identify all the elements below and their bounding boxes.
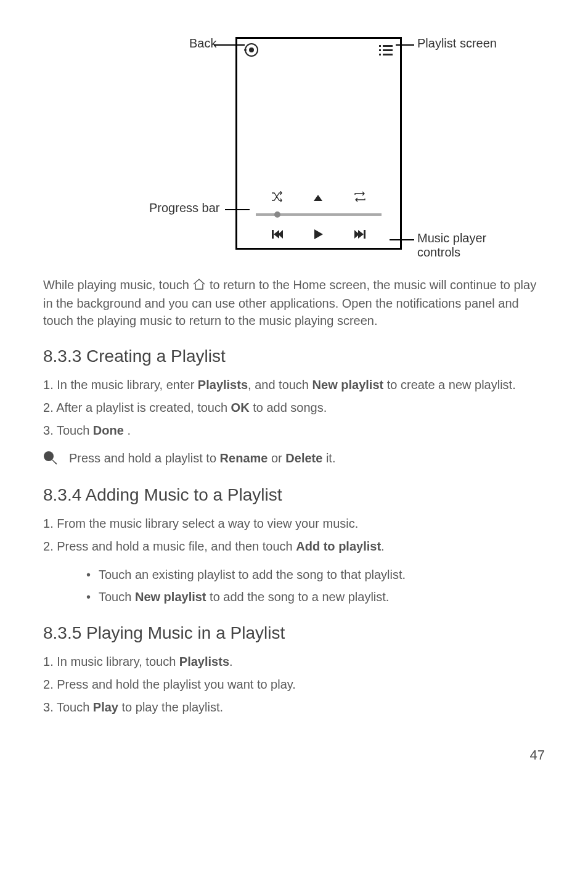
svg-marker-15 — [358, 230, 364, 239]
step-item: Touch Play to play the playlist. — [43, 699, 545, 716]
svg-rect-10 — [272, 230, 274, 239]
svg-rect-6 — [383, 49, 393, 51]
playlist-screen-icon — [379, 44, 394, 59]
step-item: In the music library, enter Playlists, a… — [43, 376, 545, 394]
svg-rect-16 — [364, 230, 365, 239]
step-item: Press and hold a music file, and then to… — [43, 538, 545, 555]
svg-point-2 — [244, 49, 247, 51]
home-outline-icon — [192, 277, 206, 295]
collapse-up-icon — [314, 192, 322, 203]
svg-rect-4 — [383, 45, 393, 47]
svg-rect-8 — [383, 54, 393, 55]
shuffle-icon — [271, 191, 282, 205]
steps-playing-music: In music library, touch Playlists. Press… — [43, 653, 545, 716]
tip-rename-delete: Press and hold a playlist to Rename or D… — [43, 449, 545, 468]
svg-rect-3 — [379, 45, 381, 47]
step-item: Touch Done . — [43, 422, 545, 440]
progress-bar — [256, 213, 382, 216]
svg-rect-5 — [379, 49, 381, 51]
sub-item: Touch New playlist to add the song to a … — [86, 588, 545, 606]
sub-item: Touch an existing playlist to add the so… — [86, 565, 545, 584]
svg-point-17 — [44, 451, 54, 461]
previous-track-icon — [272, 230, 283, 241]
steps-creating-playlist: In the music library, enter Playlists, a… — [43, 376, 545, 440]
step-item: In music library, touch Playlists. — [43, 653, 545, 671]
heading-adding-music: 8.3.4 Adding Music to a Playlist — [43, 485, 545, 505]
next-track-icon — [354, 230, 365, 241]
svg-marker-13 — [314, 229, 323, 239]
play-icon — [314, 229, 323, 242]
step-item: Press and hold the playlist you want to … — [43, 676, 545, 694]
label-music-player-controls: Music player controls — [417, 231, 516, 260]
heading-playing-music: 8.3.5 Playing Music in a Playlist — [43, 623, 545, 643]
music-player-diagram: Back Playlist screen Progress bar Music … — [72, 30, 516, 258]
substeps-adding-music: Touch an existing playlist to add the so… — [86, 565, 545, 606]
svg-point-1 — [249, 47, 254, 52]
svg-marker-9 — [314, 195, 322, 201]
label-back: Back — [189, 36, 216, 51]
label-playlist-screen: Playlist screen — [417, 36, 497, 51]
repeat-icon — [354, 191, 366, 205]
phone-frame — [235, 37, 402, 250]
heading-creating-playlist: 8.3.3 Creating a Playlist — [43, 346, 545, 366]
while-playing-paragraph: While playing music, touch to return to … — [43, 276, 545, 329]
label-progress-bar: Progress bar — [149, 201, 220, 215]
back-record-icon — [243, 42, 259, 60]
svg-rect-7 — [379, 54, 381, 55]
page-number: 47 — [43, 747, 545, 763]
step-item: From the music library select a way to v… — [43, 515, 545, 533]
tip-icon — [43, 451, 58, 468]
step-item: After a playlist is created, touch OK to… — [43, 399, 545, 417]
steps-adding-music: From the music library select a way to v… — [43, 515, 545, 555]
